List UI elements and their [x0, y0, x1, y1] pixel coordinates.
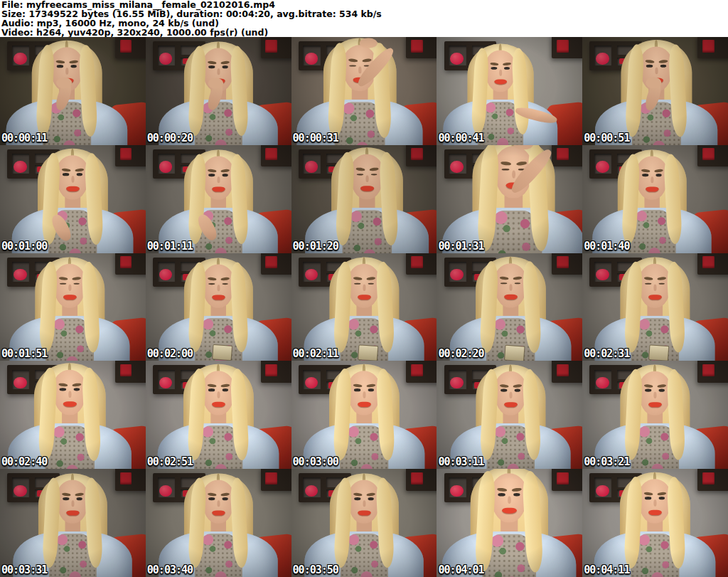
timestamp-label: 00:03:31 [1, 563, 47, 576]
woman-figure [0, 145, 146, 253]
smartphone [505, 344, 525, 361]
timestamp-label: 00:01:00 [1, 240, 47, 253]
smartphone [358, 344, 378, 361]
eyebrow-right [220, 492, 230, 496]
nose-shadow [68, 391, 71, 398]
eye-left [501, 282, 508, 284]
eye-right [659, 389, 665, 392]
media-info-header: File: myfreecams_miss_milana__female_021… [0, 0, 728, 37]
nose-shadow [654, 392, 657, 399]
eye-left [643, 174, 649, 176]
lips [495, 79, 508, 84]
eye-right [222, 497, 228, 500]
video-thumbnail: 00:02:20 [437, 253, 582, 361]
timestamp-label: 00:00:31 [293, 132, 338, 144]
eye-left [646, 389, 652, 392]
hand [360, 38, 377, 48]
face [348, 480, 380, 524]
eye-right [222, 388, 228, 391]
woman-figure [437, 469, 582, 577]
eye-right [222, 282, 228, 284]
eyebrow-left [500, 384, 509, 388]
eye-right [659, 497, 665, 499]
nose-shadow [217, 284, 220, 291]
face [56, 155, 90, 200]
eye-left [354, 497, 360, 500]
video-thumbnail: 00:00:41 [437, 37, 582, 145]
nose-shadow [217, 391, 220, 398]
video-thumbnail: 00:01:11 [146, 145, 291, 253]
eye-right [73, 282, 80, 284]
nose-shadow [363, 500, 365, 507]
webcam-scene [437, 469, 582, 577]
eyebrow-right [513, 384, 523, 388]
eye-left [208, 388, 215, 391]
eyebrow-left [643, 492, 653, 495]
eyebrow-left [500, 161, 511, 165]
eye-right [514, 493, 521, 496]
video-thumbnail: 00:01:00 [0, 145, 146, 253]
video-thumbnail: 00:02:51 [146, 361, 291, 469]
eye-left [354, 282, 360, 284]
eye-left [60, 388, 66, 391]
timestamp-label: 00:02:40 [1, 455, 47, 468]
thumbnail-grid: 00:00:1100:00:2000:00:3100:00:4100:00:51… [0, 37, 728, 577]
timestamp-label: 00:03:00 [293, 455, 338, 468]
video-thumbnail: 00:01:51 [0, 253, 146, 361]
eyebrow-left [644, 384, 653, 388]
eye-left [208, 282, 215, 284]
video-thumbnail: 00:02:31 [582, 253, 728, 361]
lips [648, 510, 662, 516]
eye-left [60, 282, 66, 284]
nose-shadow [655, 67, 658, 74]
eyebrow-right [75, 168, 84, 171]
nose-shadow [365, 175, 368, 182]
nose-shadow [363, 284, 365, 291]
eyebrow-right [72, 276, 81, 280]
eye-right [368, 282, 374, 284]
timestamp-label: 00:02:00 [147, 347, 193, 360]
face [636, 156, 669, 200]
webcam-scene [146, 253, 291, 361]
eye-right [504, 67, 510, 70]
video-thumbnail: 00:01:31 [437, 145, 582, 253]
woman-figure [0, 253, 145, 361]
woman-figure [437, 38, 572, 144]
lips [360, 186, 374, 191]
nose-shadow [358, 66, 361, 73]
eyebrow-right [220, 60, 230, 64]
face [638, 263, 671, 308]
timestamp-label: 00:01:51 [1, 347, 47, 360]
eyebrow-left [207, 169, 216, 172]
eyebrow-left [641, 169, 651, 172]
webcam-scene [146, 145, 291, 253]
eyebrow-left [207, 60, 216, 64]
lips [63, 401, 77, 407]
eyebrow-right [366, 383, 375, 387]
eyebrow-right [659, 59, 668, 63]
timestamp-label: 00:03:21 [584, 455, 629, 468]
nose-shadow [217, 176, 220, 184]
nose-shadow [500, 69, 503, 76]
woman-figure [146, 37, 291, 145]
eyebrow-left [355, 167, 365, 171]
eyebrow-right [658, 492, 667, 495]
nose-shadow [654, 284, 657, 291]
timestamp-label: 00:01:31 [438, 240, 483, 253]
lips [505, 402, 518, 407]
timestamp-label: 00:01:20 [293, 240, 338, 253]
woman-figure [291, 145, 437, 253]
eyebrow-right [220, 277, 230, 280]
woman-figure [437, 361, 582, 469]
eyebrow-left [207, 277, 216, 280]
video-thumbnail: 00:02:11 [291, 253, 437, 361]
woman-figure [0, 361, 146, 469]
eyebrow-right [362, 58, 372, 63]
webcam-scene [0, 37, 146, 145]
video-thumbnail: 00:00:11 [0, 37, 146, 145]
eye-left [208, 497, 215, 500]
eyebrow-left [497, 487, 507, 492]
eye-left [208, 174, 215, 176]
timestamp-label: 00:01:40 [584, 240, 629, 253]
nose-shadow [217, 500, 220, 507]
